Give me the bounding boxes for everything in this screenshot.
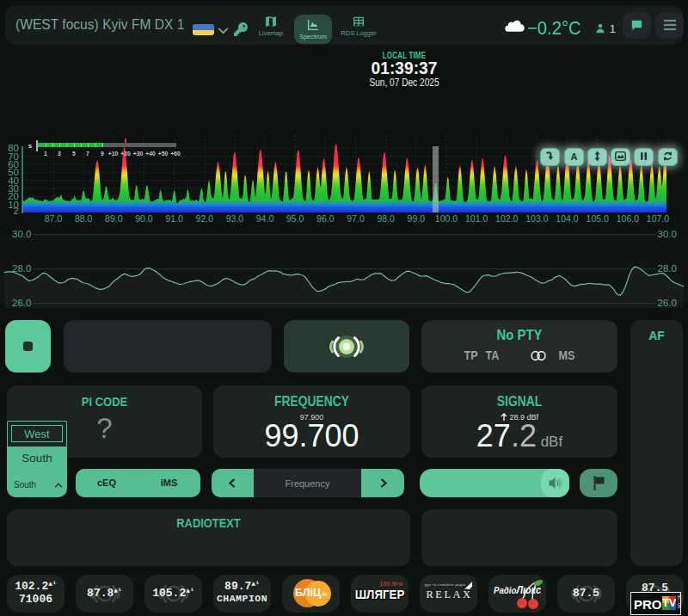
svg-text:87.0: 87.0 bbox=[45, 213, 63, 224]
svg-text:91.0: 91.0 bbox=[165, 213, 183, 224]
svg-text:107.0: 107.0 bbox=[647, 213, 669, 224]
svg-text:89.0: 89.0 bbox=[105, 213, 123, 224]
svg-text:+20: +20 bbox=[120, 151, 131, 157]
svg-text:90.0: 90.0 bbox=[135, 213, 153, 224]
svg-text:28.0: 28.0 bbox=[12, 263, 31, 274]
svg-text:93.0: 93.0 bbox=[226, 213, 244, 224]
svg-text:3: 3 bbox=[58, 151, 61, 157]
svg-text:106.0: 106.0 bbox=[617, 213, 639, 224]
svg-text:100.0: 100.0 bbox=[435, 213, 458, 224]
svg-text:+40: +40 bbox=[145, 151, 156, 157]
svg-text:104.0: 104.0 bbox=[556, 213, 578, 224]
svg-text:A: A bbox=[571, 151, 578, 162]
svg-text:5: 5 bbox=[72, 151, 76, 157]
svg-text:+60: +60 bbox=[170, 151, 181, 157]
svg-text:88.0: 88.0 bbox=[75, 213, 93, 224]
svg-text:102.0: 102.0 bbox=[495, 213, 518, 224]
svg-text:105.0: 105.0 bbox=[587, 213, 609, 224]
svg-text:97.0: 97.0 bbox=[347, 213, 365, 224]
svg-text:103.0: 103.0 bbox=[525, 213, 548, 224]
svg-text:+10: +10 bbox=[108, 151, 119, 157]
svg-text:TV: TV bbox=[662, 596, 676, 609]
svg-text:1: 1 bbox=[44, 151, 47, 157]
svg-text:7: 7 bbox=[86, 151, 89, 157]
svg-text:95.0: 95.0 bbox=[286, 213, 304, 224]
svg-text:+50: +50 bbox=[158, 151, 169, 157]
svg-text:s: s bbox=[28, 142, 33, 150]
svg-text:94.0: 94.0 bbox=[256, 213, 274, 224]
svg-text:96.0: 96.0 bbox=[316, 213, 335, 224]
svg-text:9: 9 bbox=[101, 151, 104, 157]
svg-text:98.0: 98.0 bbox=[377, 213, 395, 224]
svg-text:+30: +30 bbox=[133, 151, 144, 157]
svg-text:30.0: 30.0 bbox=[12, 229, 31, 239]
svg-text:2: 2 bbox=[14, 206, 19, 216]
svg-text:30.0: 30.0 bbox=[658, 229, 677, 239]
svg-text:99.0: 99.0 bbox=[408, 213, 426, 224]
svg-text:28.0: 28.0 bbox=[658, 263, 677, 274]
svg-text:101.0: 101.0 bbox=[465, 213, 488, 224]
svg-text:92.0: 92.0 bbox=[196, 213, 214, 224]
